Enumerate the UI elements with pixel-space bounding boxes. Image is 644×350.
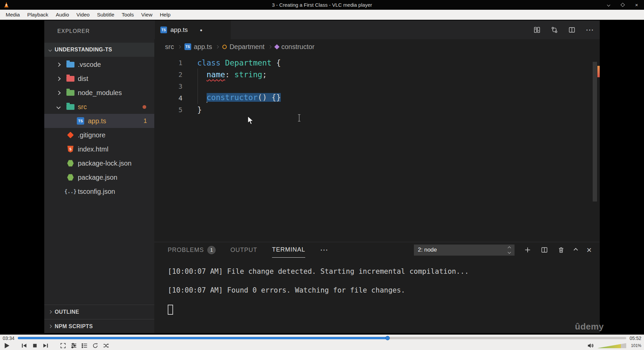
terminal-panel: PROBLEMS1 OUTPUT TERMINAL ⋯ 2: node (154, 242, 600, 333)
breadcrumb-department[interactable]: Department (222, 43, 265, 51)
menu-playback[interactable]: Playback (23, 10, 52, 19)
indent-guide (198, 69, 198, 104)
editor-tabbar: TS app.ts ● ⋯ (154, 20, 600, 39)
tab-problems[interactable]: PROBLEMS1 (168, 242, 216, 258)
volume-percent: 101% (631, 343, 641, 348)
menu-tools[interactable]: Tools (118, 10, 138, 19)
terminal-selector[interactable]: 2: node (414, 245, 515, 256)
folder-icon (66, 76, 74, 82)
more-actions-icon[interactable]: ⋯ (586, 26, 594, 34)
open-changes-icon[interactable] (533, 26, 541, 34)
panel-more-actions-icon[interactable]: ⋯ (320, 246, 328, 254)
sidebar-item-src[interactable]: src (44, 100, 154, 114)
code-area[interactable]: 1 class Department { 2 name: string; 3 4… (154, 54, 600, 242)
menu-view[interactable]: View (138, 10, 156, 19)
sidebar-item-vscode[interactable]: .vscode (44, 57, 154, 72)
chevron-right-icon (49, 310, 52, 314)
breadcrumb: src TSapp.ts Department constructor (154, 39, 600, 54)
chevron-right-icon (268, 45, 271, 48)
folder-icon (66, 90, 74, 96)
chevron-right-icon (216, 45, 219, 48)
sidebar-item-dist[interactable]: dist (44, 72, 154, 86)
code-line: 3 (154, 80, 600, 92)
close-panel-icon[interactable]: × (587, 245, 592, 255)
split-editor-icon[interactable] (568, 26, 576, 34)
volume-fill (597, 343, 621, 348)
vlc-window: 3 - Creating a First Class - VLC media p… (0, 0, 644, 350)
volume-slider[interactable] (597, 343, 626, 348)
breadcrumb-constructor[interactable]: constructor (275, 43, 315, 51)
sidebar-item-package-json[interactable]: package.json (44, 170, 154, 184)
stop-button[interactable] (31, 342, 39, 350)
menu-subtitle[interactable]: Subtitle (93, 10, 118, 19)
sidebar-item-app-ts[interactable]: TS app.ts 1 (44, 114, 154, 128)
breadcrumb-app-ts[interactable]: TSapp.ts (184, 43, 212, 51)
minimize-button[interactable] (606, 2, 611, 8)
chevron-right-icon (56, 62, 61, 67)
git-file-icon (67, 132, 74, 138)
seek-slider[interactable] (18, 337, 626, 339)
problems-count-badge: 1 (207, 246, 216, 254)
vlc-controlbar: 101% (0, 341, 644, 350)
loop-button[interactable] (91, 342, 99, 350)
menu-media[interactable]: Media (2, 10, 23, 19)
close-button[interactable]: × (634, 2, 639, 8)
mouse-cursor (247, 116, 255, 125)
menu-video[interactable]: Video (73, 10, 93, 19)
chevron-right-icon (56, 77, 61, 81)
sidebar-item-tsconfig-json[interactable]: {..} tsconfig.json (44, 184, 154, 199)
tab-output[interactable]: OUTPUT (230, 242, 257, 258)
git-compare-icon[interactable] (551, 26, 558, 34)
seek-progress (18, 337, 388, 339)
folder-icon (66, 104, 74, 110)
split-terminal-icon[interactable] (541, 246, 548, 254)
random-button[interactable] (102, 342, 110, 350)
sidebar-item-gitignore[interactable]: .gitignore (44, 128, 154, 142)
tab-app-ts[interactable]: TS app.ts ● (155, 20, 231, 39)
elapsed-time: 03:34 (3, 336, 14, 341)
typescript-file-icon: TS (77, 117, 84, 125)
new-terminal-icon[interactable] (524, 246, 531, 254)
ibeam-cursor (297, 114, 301, 122)
maximize-panel-icon[interactable] (574, 247, 577, 253)
typescript-file-icon: TS (160, 27, 167, 33)
text-selection: constructor() {} (207, 93, 281, 102)
unsaved-dot-icon: ● (200, 28, 203, 33)
previous-button[interactable] (20, 342, 28, 350)
sidebar-item-index-html[interactable]: 5 index.html (44, 142, 154, 156)
editor-scrollbar[interactable] (593, 62, 597, 202)
tsconfig-file-icon: {..} (64, 188, 76, 194)
tab-terminal[interactable]: TERMINAL (272, 242, 305, 258)
sidebar-item-package-lock-json[interactable]: package-lock.json (44, 156, 154, 170)
class-symbol-icon (222, 45, 227, 49)
fullscreen-button[interactable] (59, 342, 67, 350)
playlist-button[interactable] (80, 342, 89, 350)
sidebar-root-folder[interactable]: UNDERSTANDING-TS (44, 43, 154, 57)
select-arrows-icon (508, 247, 511, 253)
sidebar-item-node-modules[interactable]: node_modules (44, 86, 154, 100)
chevron-down-icon (49, 48, 52, 51)
overview-error-marker (597, 66, 600, 77)
play-button[interactable] (3, 342, 11, 350)
npm-file-icon (67, 160, 74, 167)
maximize-button[interactable] (620, 2, 625, 8)
sidebar-section-outline[interactable]: OUTLINE (44, 305, 154, 319)
vscode-window: EXPLORER UNDERSTANDING-TS .vscode dist (44, 20, 600, 333)
seek-handle[interactable] (385, 336, 390, 340)
terminal-output[interactable]: [10:00:07 AM] File change detected. Star… (154, 258, 600, 334)
volume-icon[interactable] (587, 342, 595, 350)
sidebar-section-npm-scripts[interactable]: NPM SCRIPTS (44, 319, 154, 333)
vlc-seekbar-row: 03:34 05:52 (0, 335, 644, 341)
constructor-symbol-icon (274, 44, 279, 49)
next-button[interactable] (42, 342, 50, 350)
menu-audio[interactable]: Audio (52, 10, 73, 19)
breadcrumb-src[interactable]: src (165, 43, 174, 51)
menu-help[interactable]: Help (156, 10, 174, 19)
file-tree: .vscode dist node_modules (44, 57, 154, 199)
video-area[interactable]: EXPLORER UNDERSTANDING-TS .vscode dist (0, 20, 644, 335)
explorer-sidebar: EXPLORER UNDERSTANDING-TS .vscode dist (44, 20, 154, 333)
kill-terminal-icon[interactable] (557, 246, 565, 254)
terminal-line: [10:00:07 AM] Found 0 errors. Watching f… (168, 286, 600, 295)
modified-dot-badge (143, 105, 146, 109)
extended-settings-button[interactable] (70, 342, 78, 350)
